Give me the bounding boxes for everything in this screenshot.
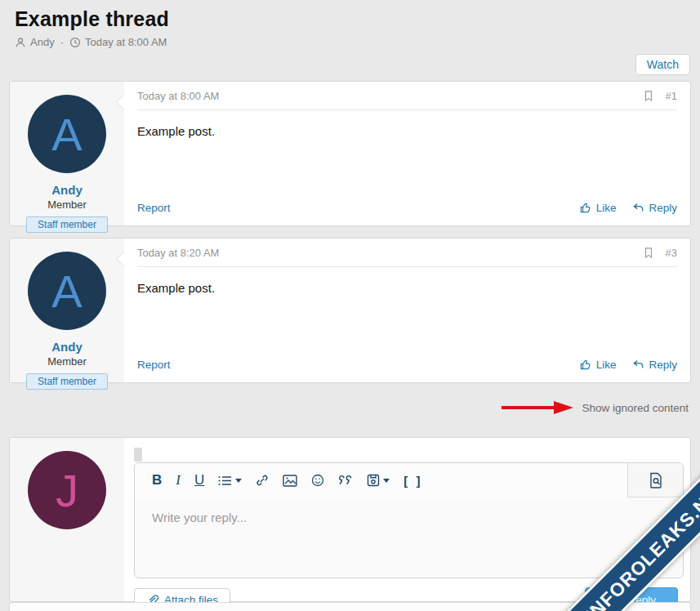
italic-button[interactable]: I [176,472,181,488]
annotation-red-arrow [500,400,575,415]
insert-link-button[interactable] [256,474,269,487]
post-number[interactable]: #3 [666,247,677,259]
post-user-cell: A Andy Member Staff member [10,82,124,225]
post-footer: Report Like [137,194,677,225]
post-body: Example post. [137,267,677,350]
staff-member-badge: Staff member [26,373,108,390]
thread-header: Example thread Andy · Today at 8:00 AM [0,0,700,48]
preview-button[interactable] [627,463,683,497]
post-user-cell: A Andy Member Staff member [10,239,124,382]
bookmark-icon[interactable] [643,247,654,259]
thumbs-up-icon [580,202,592,214]
reply-link[interactable]: Reply [632,202,677,214]
post-header: Today at 8:20 AM #3 [137,239,677,267]
quote-button[interactable] [338,475,353,486]
post-timestamp[interactable]: Today at 8:00 AM [137,90,219,102]
page-title: Example thread [15,7,687,31]
reply-editor-card: J B I U [9,437,691,602]
thread-timestamp: Today at 8:00 AM [85,36,167,48]
bold-button[interactable]: B [152,472,162,488]
post-user-title: Member [10,198,124,211]
bookmark-icon[interactable] [643,90,654,102]
reply-text-input[interactable]: Write your reply... [135,497,683,524]
post-body: Example post. [137,110,677,194]
avatar[interactable]: A [28,252,106,330]
reply-user-cell: J [10,438,124,601]
post-message-cell: Today at 8:00 AM #1 Example post. Report [124,82,690,225]
smilies-button[interactable] [311,474,324,487]
show-ignored-content-link[interactable]: Show ignored content [582,402,689,414]
post-card: A Andy Member Staff member Today at 8:00… [9,81,691,226]
preview-icon [649,472,663,488]
post-card: A Andy Member Staff member Today at 8:20… [9,238,691,383]
ignored-content-row: Show ignored content [0,395,689,420]
post-user-title: Member [10,355,124,368]
post-message-cell: Today at 8:20 AM #3 Example post. Report [124,239,690,382]
watch-button[interactable]: Watch [635,54,690,75]
reply-link[interactable]: Reply [632,359,677,371]
thread-actions-row: Watch [0,48,700,81]
reply-arrow-icon [632,202,644,214]
post-footer: Report Like [137,350,677,382]
post-timestamp[interactable]: Today at 8:20 AM [137,247,219,259]
like-link[interactable]: Like [580,359,617,371]
editor-toolbar: B I U [135,463,683,497]
thread-author[interactable]: Andy [30,36,55,48]
insert-media-dropdown-button[interactable] [367,474,390,487]
code-button[interactable]: [ ] [404,474,422,488]
post-number[interactable]: #1 [666,90,677,102]
clock-icon [69,37,81,48]
report-link[interactable]: Report [137,359,171,371]
avatar[interactable]: A [28,95,106,173]
chevron-down-icon [383,479,390,483]
post-header: Today at 8:00 AM #1 [137,82,677,110]
byline-separator: · [60,36,64,48]
reply-arrow-icon [632,359,644,371]
underline-button[interactable]: U [194,472,204,488]
chevron-down-icon [235,479,242,483]
avatar[interactable]: J [28,451,106,529]
report-link[interactable]: Report [137,202,171,214]
thread-byline: Andy · Today at 8:00 AM [15,36,687,48]
staff-member-badge: Staff member [26,216,108,233]
user-icon [15,37,26,48]
thumbs-up-icon [580,359,592,371]
insert-image-button[interactable] [283,475,297,487]
post-username[interactable]: Andy [10,183,124,197]
list-dropdown-button[interactable] [218,475,242,487]
like-link[interactable]: Like [580,202,617,214]
rich-text-editor[interactable]: B I U [134,462,684,578]
post-username[interactable]: Andy [10,340,124,354]
